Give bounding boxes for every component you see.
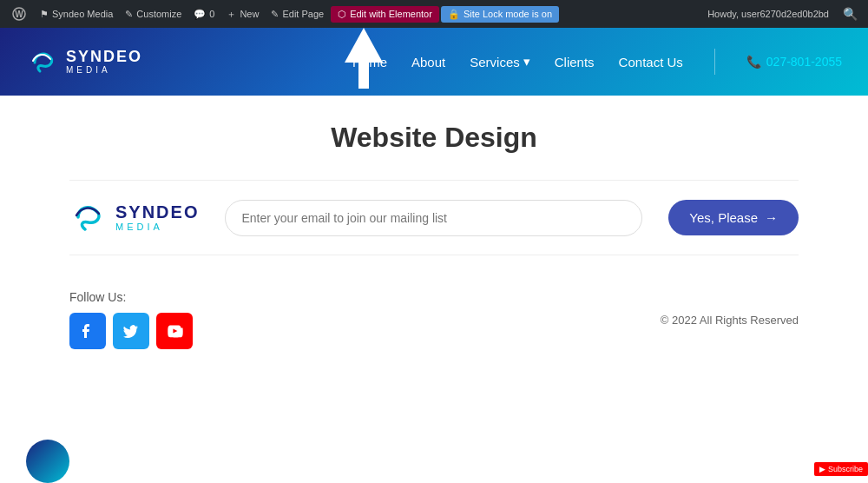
nav-divider: [714, 49, 715, 75]
arrow-head: [345, 28, 383, 63]
site-lock-badge[interactable]: 🔒 Site Lock mode is on: [441, 6, 559, 23]
logo-icon: [26, 45, 59, 78]
admin-customize[interactable]: ✎ Customize: [120, 0, 187, 28]
edit-page-icon: ✎: [271, 9, 279, 20]
admin-new[interactable]: ＋ New: [221, 0, 264, 28]
comments-icon: 💬: [194, 9, 206, 20]
email-section: SYNDEO MEDIA Yes, Please →: [69, 180, 799, 255]
logo-text: SYNDEO MEDIA: [66, 49, 142, 76]
email-logo-syndeo: SYNDEO: [115, 202, 199, 222]
admin-bar-right: Howdy, user6270d2ed0b2bd 🔍: [702, 7, 863, 21]
bottom-avatar: [26, 440, 69, 483]
logo-syndeo: SYNDEO: [66, 49, 142, 66]
nav-services[interactable]: Services ▾: [470, 54, 530, 69]
footer-section: Follow Us: © 2022 All Rights Reserved: [69, 273, 799, 367]
admin-elementor-btn[interactable]: ⬡ Edit with Elementor: [331, 6, 439, 23]
copyright: © 2022 All Rights Reserved: [661, 314, 799, 327]
main-content: Website Design SYNDEO MEDIA Yes, Please …: [0, 96, 868, 384]
nav-phone[interactable]: 📞 027-801-2055: [746, 55, 842, 69]
new-icon: ＋: [227, 8, 236, 21]
customize-icon: ✎: [125, 9, 133, 20]
elementor-icon: ⬡: [338, 9, 346, 20]
yt-icon: ▶: [819, 465, 825, 473]
nav-about[interactable]: About: [411, 55, 445, 69]
youtube-icon[interactable]: [156, 313, 193, 349]
twitter-icon[interactable]: [113, 313, 149, 349]
admin-edit-page[interactable]: ✎ Edit Page: [266, 0, 329, 28]
admin-site-name[interactable]: ⚑ Syndeo Media: [35, 0, 118, 28]
phone-icon: 📞: [746, 55, 761, 69]
scroll-up-arrow: [345, 28, 383, 89]
nav-clients[interactable]: Clients: [555, 55, 595, 69]
wp-logo[interactable]: W: [5, 0, 33, 28]
nav-contact[interactable]: Contact Us: [619, 55, 683, 69]
chevron-down-icon: ▾: [523, 54, 530, 69]
site-nav: Home About Services ▾ Clients Contact Us…: [352, 49, 842, 75]
site-header: SYNDEO MEDIA Home About Services ▾ Clien…: [0, 28, 868, 96]
site-name-icon: ⚑: [40, 9, 49, 20]
email-logo-text: SYNDEO MEDIA: [115, 202, 199, 232]
lock-icon: 🔒: [448, 9, 460, 20]
youtube-subscribe-badge[interactable]: ▶ Subscribe: [814, 462, 868, 476]
admin-search-icon[interactable]: 🔍: [838, 7, 863, 21]
email-logo: SYNDEO MEDIA: [69, 198, 199, 237]
howdy-text: Howdy, user6270d2ed0b2bd: [702, 9, 834, 19]
email-logo-icon: [69, 198, 108, 237]
admin-bar: W ⚑ Syndeo Media ✎ Customize 💬 0 ＋ New ✎…: [0, 0, 868, 28]
email-logo-media: MEDIA: [115, 222, 199, 232]
page-title: Website Design: [69, 122, 799, 154]
arrow-right-icon: →: [765, 210, 778, 225]
facebook-icon[interactable]: [69, 313, 106, 349]
site-logo: SYNDEO MEDIA: [26, 45, 142, 78]
svg-text:W: W: [15, 10, 23, 19]
follow-us-section: Follow Us:: [69, 290, 193, 349]
logo-media: MEDIA: [66, 65, 142, 75]
admin-comments[interactable]: 💬 0: [188, 0, 220, 28]
arrow-shaft: [358, 63, 369, 89]
email-input-wrapper: [225, 200, 642, 236]
social-icons: [69, 313, 193, 349]
email-input[interactable]: [225, 200, 642, 236]
yes-please-button[interactable]: Yes, Please →: [668, 200, 799, 235]
follow-us-label: Follow Us:: [69, 290, 193, 304]
